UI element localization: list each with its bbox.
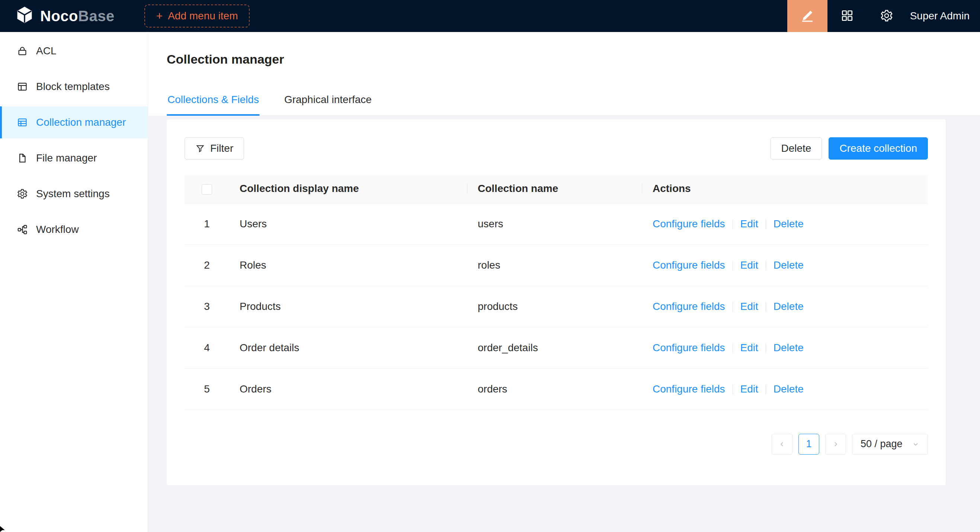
sidebar-item-workflow[interactable]: Workflow xyxy=(0,214,148,246)
configure-fields-link[interactable]: Configure fields xyxy=(652,342,725,353)
cell-collection-name: orders xyxy=(467,368,642,410)
table-header-row: Collection display name Collection name … xyxy=(185,175,928,203)
cell-display-name: Users xyxy=(229,203,467,245)
add-menu-item-button[interactable]: + Add menu item xyxy=(144,5,250,27)
edit-link[interactable]: Edit xyxy=(740,218,758,230)
delete-button[interactable]: Delete xyxy=(770,137,822,160)
column-label: Actions xyxy=(652,183,691,194)
configure-fields-link[interactable]: Configure fields xyxy=(652,218,725,230)
main-panel: Collection manager Collections & Fields … xyxy=(148,32,980,532)
column-actions: Actions xyxy=(642,175,928,203)
action-divider xyxy=(733,261,733,270)
column-display-name: Collection display name xyxy=(229,175,467,203)
tab-bar: Collections & Fields Graphical interface xyxy=(167,88,980,116)
select-all-header xyxy=(185,175,229,203)
page-size-select[interactable]: 50 / page xyxy=(852,434,928,455)
delete-link[interactable]: Delete xyxy=(773,342,803,353)
settings-button[interactable] xyxy=(867,0,906,32)
filter-button-label: Filter xyxy=(210,143,233,154)
row-index: 4 xyxy=(185,327,229,368)
file-icon xyxy=(17,152,28,164)
cell-actions: Configure fieldsEditDelete xyxy=(642,286,928,327)
cell-display-name: Orders xyxy=(229,368,467,410)
toolbar-right: Delete Create collection xyxy=(770,137,928,160)
row-index: 2 xyxy=(185,245,229,286)
tab-collections-fields[interactable]: Collections & Fields xyxy=(167,88,260,115)
sidebar-item-label: File manager xyxy=(36,152,97,164)
edit-link[interactable]: Edit xyxy=(740,342,758,353)
body: ACL Block templates Coll xyxy=(0,32,980,532)
lock-icon xyxy=(17,45,28,57)
top-header: NocoBase + Add menu item xyxy=(0,0,980,32)
chevron-down-icon xyxy=(912,440,920,448)
page-number-button[interactable]: 1 xyxy=(799,434,819,455)
action-divider xyxy=(766,385,766,394)
prev-page-button[interactable] xyxy=(772,434,792,455)
grid-icon xyxy=(840,9,854,24)
add-menu-item-label: Add menu item xyxy=(168,10,238,22)
cell-actions: Configure fieldsEditDelete xyxy=(642,203,928,245)
edit-link[interactable]: Edit xyxy=(740,300,758,312)
header-right: Super Admin xyxy=(787,0,980,32)
table-row: 2 Roles roles Configure fieldsEditDelete xyxy=(185,245,928,286)
gear-icon xyxy=(880,9,893,24)
table-row: 3 Products products Configure fieldsEdit… xyxy=(185,286,928,327)
chevron-right-icon xyxy=(832,440,839,448)
edit-link[interactable]: Edit xyxy=(740,383,758,395)
user-menu[interactable]: Super Admin xyxy=(906,10,980,22)
cube-logo-icon xyxy=(15,5,34,27)
configure-fields-link[interactable]: Configure fields xyxy=(652,259,725,271)
create-collection-button[interactable]: Create collection xyxy=(829,137,928,160)
logo-text-primary: Noco xyxy=(40,8,78,24)
nocobase-logo[interactable]: NocoBase xyxy=(15,5,115,27)
row-index: 3 xyxy=(185,286,229,327)
next-page-button[interactable] xyxy=(825,434,846,455)
select-all-checkbox[interactable] xyxy=(202,184,212,195)
delete-link[interactable]: Delete xyxy=(773,383,803,395)
configure-fields-link[interactable]: Configure fields xyxy=(652,300,725,312)
cursor-artifact xyxy=(0,524,7,532)
cell-collection-name: products xyxy=(467,286,642,327)
collections-table: Collection display name Collection name … xyxy=(185,175,928,410)
filter-button[interactable]: Filter xyxy=(185,137,244,160)
plugins-button[interactable] xyxy=(827,0,867,32)
content-area: Filter Delete Create collection xyxy=(148,116,980,532)
configure-fields-link[interactable]: Configure fields xyxy=(652,383,725,395)
logo-text-secondary: Base xyxy=(78,8,115,24)
sidebar-item-collection-manager[interactable]: Collection manager xyxy=(0,106,148,138)
sidebar-item-label: ACL xyxy=(36,45,56,57)
collections-card: Filter Delete Create collection xyxy=(167,119,946,485)
edit-link[interactable]: Edit xyxy=(740,259,758,271)
tab-graphical-interface[interactable]: Graphical interface xyxy=(283,88,372,115)
action-divider xyxy=(766,219,766,229)
filter-icon xyxy=(195,144,205,153)
delete-link[interactable]: Delete xyxy=(773,300,803,312)
action-divider xyxy=(766,343,766,353)
delete-link[interactable]: Delete xyxy=(773,259,803,271)
sidebar-item-acl[interactable]: ACL xyxy=(0,35,148,67)
sidebar-item-system-settings[interactable]: System settings xyxy=(0,178,148,210)
cell-display-name: Roles xyxy=(229,245,467,286)
action-divider xyxy=(766,261,766,270)
highlighter-icon xyxy=(800,8,815,24)
ui-editor-button[interactable] xyxy=(787,0,827,32)
page-size-value: 50 / page xyxy=(861,438,903,450)
delete-link[interactable]: Delete xyxy=(773,218,803,230)
column-collection-name: Collection name xyxy=(467,175,642,203)
page-header: Collection manager Collections & Fields … xyxy=(148,32,980,116)
workflow-icon xyxy=(17,224,28,235)
sidebar-item-label: System settings xyxy=(36,188,110,200)
action-divider xyxy=(766,302,766,312)
logo-text: NocoBase xyxy=(40,8,115,25)
action-divider xyxy=(733,302,733,312)
row-index: 5 xyxy=(185,368,229,410)
table-row: 4 Order details order_details Configure … xyxy=(185,327,928,368)
sidebar-item-block-templates[interactable]: Block templates xyxy=(0,71,148,103)
sidebar-item-label: Collection manager xyxy=(36,116,126,129)
cell-collection-name: order_details xyxy=(467,327,642,368)
action-divider xyxy=(733,385,733,394)
cell-display-name: Order details xyxy=(229,327,467,368)
table-icon xyxy=(17,117,28,128)
card-toolbar: Filter Delete Create collection xyxy=(185,137,928,160)
sidebar-item-file-manager[interactable]: File manager xyxy=(0,142,148,174)
